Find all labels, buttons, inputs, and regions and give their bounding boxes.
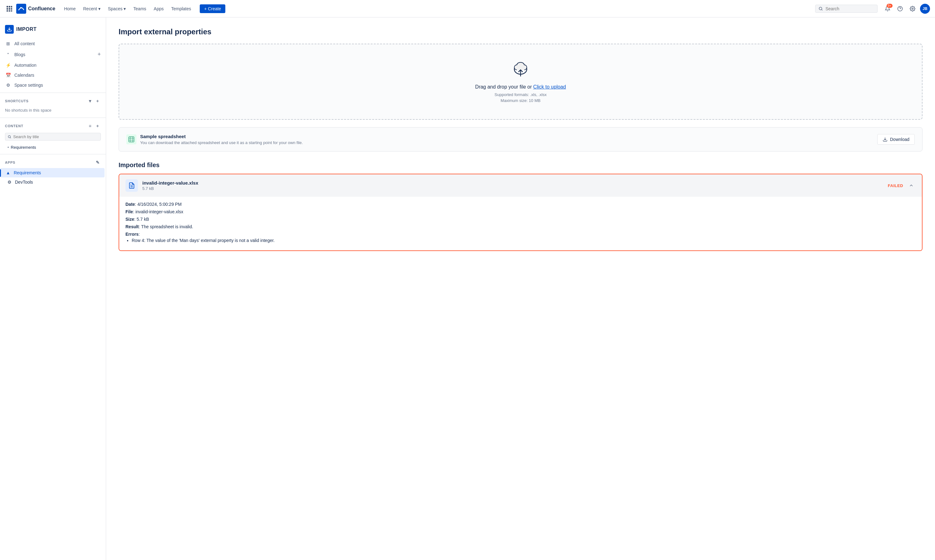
search-box[interactable] xyxy=(815,5,878,13)
result-value: The spreadsheet is invalid. xyxy=(141,224,193,229)
sidebar-item-blogs[interactable]: " Blogs + xyxy=(0,49,106,60)
nav-apps[interactable]: Apps xyxy=(150,5,168,13)
svg-rect-6 xyxy=(6,10,8,12)
apps-section-header: APPS ✎ xyxy=(0,157,106,168)
nav-home[interactable]: Home xyxy=(60,5,79,13)
svg-rect-8 xyxy=(11,10,12,12)
upload-dropzone[interactable]: Drag and drop your file or Click to uplo… xyxy=(119,44,923,120)
svg-point-13 xyxy=(912,8,913,9)
notification-badge: 9+ xyxy=(887,4,893,8)
sidebar-item-all-content[interactable]: ⊞ All content xyxy=(0,38,106,49)
import-file-header: invalid-integer-value.xlsx 5.7 kB FAILED xyxy=(119,174,922,197)
top-navigation: Home Recent ▾ Spaces ▾ Teams Apps Templa… xyxy=(60,5,195,13)
error-item: Row 4: The value of the 'Man days' exter… xyxy=(132,238,916,243)
file-label: File xyxy=(125,209,133,214)
active-indicator xyxy=(0,169,1,177)
svg-rect-3 xyxy=(6,8,8,10)
supported-formats-text: Supported formats: .xls, .xlsx xyxy=(127,92,914,97)
grid-icon: ⊞ xyxy=(5,41,11,46)
svg-rect-5 xyxy=(11,8,12,10)
add-blog-icon[interactable]: + xyxy=(97,51,101,58)
svg-rect-4 xyxy=(9,8,10,10)
collapse-shortcuts-btn[interactable]: ▼ xyxy=(87,98,93,104)
sidebar-item-calendars[interactable]: 📅 Calendars xyxy=(0,70,106,80)
imported-files-title: Imported files xyxy=(119,162,923,169)
nav-spaces[interactable]: Spaces ▾ xyxy=(104,5,130,13)
user-avatar[interactable]: JB xyxy=(920,4,930,14)
errors-label: Errors xyxy=(125,232,139,237)
svg-line-10 xyxy=(821,9,822,10)
detail-errors-row: Errors: Row 4: The value of the 'Man day… xyxy=(125,232,916,243)
content-item-requirements[interactable]: • Requirements xyxy=(0,143,106,152)
content-search-icon xyxy=(8,135,11,139)
detail-size-row: Size: 5.7 kB xyxy=(125,217,916,222)
svg-rect-2 xyxy=(11,6,12,8)
file-value: invalid-integer-value.xlsx xyxy=(136,209,183,214)
content-search-box[interactable] xyxy=(5,133,101,141)
bolt-icon: ⚡ xyxy=(5,63,11,68)
topnav: Confluence Home Recent ▾ Spaces ▾ Teams … xyxy=(0,0,935,17)
result-label: Result xyxy=(125,224,139,229)
detail-result-row: Result: The spreadsheet is invalid. xyxy=(125,224,916,229)
content-search-input[interactable] xyxy=(13,134,98,139)
apps-label: APPS xyxy=(5,161,94,164)
sidebar-all-content-label: All content xyxy=(14,41,35,46)
nav-teams[interactable]: Teams xyxy=(130,5,150,13)
add-content-btn[interactable]: + xyxy=(94,123,101,129)
svg-rect-7 xyxy=(9,10,10,12)
sidebar-automation-label: Automation xyxy=(14,63,37,68)
collapse-file-btn[interactable] xyxy=(907,181,916,190)
file-icon xyxy=(125,179,138,192)
grid-menu-icon[interactable] xyxy=(5,5,14,13)
settings-button[interactable] xyxy=(907,4,918,14)
upload-text: Drag and drop your file or Click to uplo… xyxy=(127,84,914,90)
search-input[interactable] xyxy=(825,6,869,11)
content-section-header: CONTENT ≡ + xyxy=(0,120,106,132)
sidebar: IMPORT ⊞ All content " Blogs + ⚡ Automat… xyxy=(0,17,106,560)
error-list: Row 4: The value of the 'Man days' exter… xyxy=(125,238,916,243)
bullet-icon: • xyxy=(8,145,9,150)
sidebar-app-requirements[interactable]: ▲ Requirements xyxy=(0,168,105,177)
sample-spreadsheet-box: Sample spreadsheet You can download the … xyxy=(119,127,923,152)
svg-rect-19 xyxy=(129,137,134,142)
file-name: invalid-integer-value.xlsx xyxy=(142,180,888,186)
edit-apps-btn[interactable]: ✎ xyxy=(94,159,101,166)
app-requirements-wrapper: ▲ Requirements xyxy=(0,168,106,177)
sidebar-divider-1 xyxy=(0,92,106,93)
create-button[interactable]: + Create xyxy=(200,5,225,13)
svg-rect-1 xyxy=(9,6,10,8)
filter-content-btn[interactable]: ≡ xyxy=(87,123,93,129)
sidebar-divider-3 xyxy=(0,154,106,154)
nav-templates[interactable]: Templates xyxy=(167,5,195,13)
sidebar-item-automation[interactable]: ⚡ Automation xyxy=(0,60,106,70)
download-button[interactable]: Download xyxy=(877,134,915,145)
nav-recent[interactable]: Recent ▾ xyxy=(79,5,104,13)
confluence-logo[interactable]: Confluence xyxy=(16,4,55,14)
imported-file-card: invalid-integer-value.xlsx 5.7 kB FAILED… xyxy=(119,174,923,251)
click-to-upload-link[interactable]: Click to upload xyxy=(533,84,566,89)
sidebar-import-header: IMPORT xyxy=(0,22,106,38)
settings-icon: ⚙ xyxy=(5,83,11,88)
import-icon xyxy=(5,25,14,34)
sidebar-item-space-settings[interactable]: ⚙ Space settings xyxy=(0,80,106,90)
sample-title: Sample spreadsheet xyxy=(140,134,877,139)
logo-icon xyxy=(16,4,26,14)
file-size: 5.7 kB xyxy=(142,186,888,191)
add-shortcut-btn[interactable]: + xyxy=(94,98,101,104)
calendar-icon: 📅 xyxy=(5,73,11,78)
main-layout: IMPORT ⊞ All content " Blogs + ⚡ Automat… xyxy=(0,17,935,560)
shortcuts-section-header: SHORTCUTS ▼ + xyxy=(0,95,106,107)
logo-text: Confluence xyxy=(28,6,55,12)
download-icon xyxy=(883,137,887,142)
help-button[interactable] xyxy=(895,4,905,14)
sidebar-app-devtools[interactable]: ⚙ DevTools xyxy=(1,177,105,187)
size-value: 5.7 kB xyxy=(137,217,149,222)
notifications-button[interactable]: 9+ xyxy=(883,4,893,14)
sample-description: You can download the attached spreadshee… xyxy=(140,140,877,145)
content-label: CONTENT xyxy=(5,124,87,128)
svg-rect-0 xyxy=(6,6,8,8)
download-label: Download xyxy=(890,137,909,142)
main-content: Import external properties Drag and drop… xyxy=(106,17,935,560)
content-item-label: Requirements xyxy=(11,145,36,150)
upload-cloud-icon xyxy=(511,59,531,79)
